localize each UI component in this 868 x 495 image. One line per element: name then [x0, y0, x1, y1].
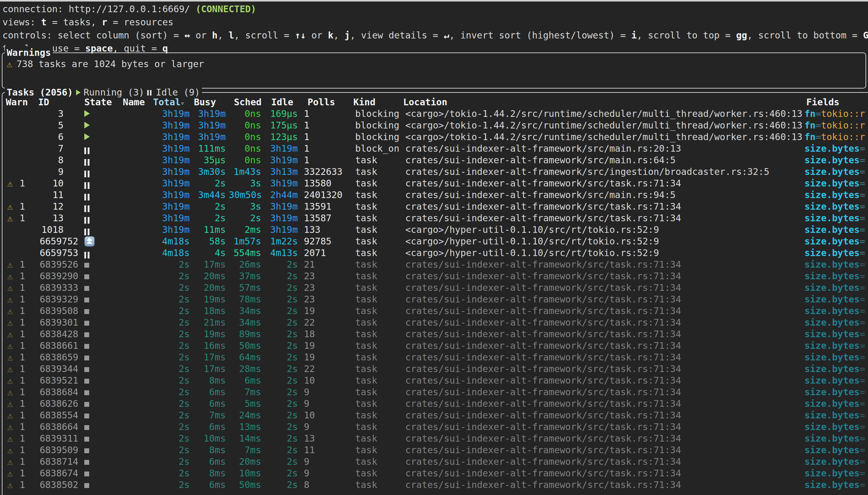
- task-row[interactable]: 113h19m3m44s30m50s2h44m2401320taskcrates…: [2, 189, 868, 201]
- cell-busy-duration: 35µs: [193, 154, 226, 166]
- task-row[interactable]: ⚠1133h19m2s2s3h19m13587taskcrates/sui-in…: [2, 212, 868, 224]
- row-warning-icon: ⚠: [7, 340, 13, 352]
- task-row[interactable]: ⚠168393112s10ms14ms2s13taskcrates/sui-in…: [2, 433, 868, 444]
- task-row[interactable]: ⚠1123h19m2s3s3h19m13591taskcrates/sui-in…: [2, 201, 868, 212]
- state-completed-icon: [84, 413, 89, 419]
- cell-total-duration: 4m18s: [124, 247, 190, 259]
- cell-kind: task: [355, 340, 377, 352]
- task-row[interactable]: ⚠168393292s19ms78ms2s23taskcrates/sui-in…: [2, 294, 868, 305]
- task-row[interactable]: 66597534m18s4s554ms4m13s2071task<cargo>/…: [2, 247, 868, 259]
- column-header-name[interactable]: Name: [123, 97, 145, 108]
- task-row[interactable]: 53h19m3h19m0ns175µs1blocking<cargo>/toki…: [2, 120, 868, 131]
- cell-sched-duration: 50ms: [229, 340, 261, 352]
- cell-task-id: 6838659: [40, 352, 78, 363]
- cell-fields: size.bytes=: [804, 236, 865, 247]
- cell-task-id: 6839290: [40, 270, 78, 282]
- cell-fields: size.bytes=: [804, 201, 865, 212]
- connection-url: http://127.0.0.1:6669/: [69, 4, 190, 14]
- task-row[interactable]: ⚠168393332s20ms57ms2s23taskcrates/sui-in…: [2, 282, 868, 294]
- cell-busy-duration: 7ms: [193, 410, 226, 421]
- cell-idle-duration: 2s: [264, 410, 298, 421]
- task-row[interactable]: ⚠168386742s8ms10ms2s9taskcrates/sui-inde…: [2, 467, 868, 479]
- task-row[interactable]: ⚠168395082s18ms34ms2s19taskcrates/sui-in…: [2, 305, 868, 317]
- cell-total-duration: 2s: [124, 398, 190, 410]
- cell-warn-count: 1: [16, 479, 25, 491]
- cell-busy-duration: 3m44s: [193, 189, 226, 201]
- task-row[interactable]: ⚠168384282s19ms89ms2s18taskcrates/sui-in…: [2, 328, 868, 340]
- task-row[interactable]: ⚠168393442s17ms28ms2s22taskcrates/sui-in…: [2, 363, 868, 375]
- field-equals: =: [860, 259, 865, 270]
- field-key: fn: [804, 132, 816, 142]
- field-key: size.bytes: [804, 282, 860, 293]
- task-row[interactable]: ⚠168393012s21ms34ms2s22taskcrates/sui-in…: [2, 317, 868, 328]
- task-row[interactable]: ⚠168386642s6ms13ms2s9taskcrates/sui-inde…: [2, 421, 868, 433]
- row-warning-icon: ⚠: [7, 398, 13, 410]
- controls-key-5: l: [229, 30, 234, 40]
- cell-total-duration: 3h19m: [124, 189, 190, 201]
- field-equals: =: [860, 387, 865, 397]
- task-row[interactable]: ⚠168385022s6ms50ms2s8taskcrates/sui-inde…: [2, 479, 868, 491]
- task-row[interactable]: 73h19m111ms0ns3h19m1block_oncrates/sui-i…: [2, 143, 868, 154]
- cell-state: [84, 479, 98, 491]
- cell-polls: 23: [304, 270, 315, 282]
- task-row[interactable]: ⚠168387142s6ms20ms2s9taskcrates/sui-inde…: [2, 456, 868, 467]
- state-completed-icon: [84, 437, 89, 442]
- task-row[interactable]: ⚠168386612s16ms50ms2s19taskcrates/sui-in…: [2, 340, 868, 352]
- cell-polls: 10: [304, 410, 315, 421]
- cell-kind: task: [355, 189, 377, 201]
- column-header-state[interactable]: State: [84, 97, 112, 108]
- task-row[interactable]: ⚠168386592s17ms64ms2s19taskcrates/sui-in…: [2, 352, 868, 363]
- task-row[interactable]: ⚠168386842s6ms7ms2s9taskcrates/sui-index…: [2, 386, 868, 398]
- task-row[interactable]: 83h19m35µs0ns3h19m1taskcrates/sui-indexe…: [2, 154, 868, 166]
- task-row[interactable]: ⚠168395212s8ms6ms2s10taskcrates/sui-inde…: [2, 375, 868, 386]
- field-equals: =: [860, 294, 865, 305]
- cell-kind: task: [355, 363, 377, 375]
- column-header-fields[interactable]: Fields: [806, 97, 839, 108]
- column-header-id[interactable]: ID: [38, 97, 49, 108]
- cell-state: [84, 270, 98, 282]
- cell-polls: 10: [304, 375, 315, 386]
- field-key: size.bytes: [804, 166, 860, 177]
- cell-location: crates/sui-indexer-alt-framework/src/tas…: [405, 328, 681, 340]
- cell-idle-duration: 2s: [264, 352, 298, 363]
- cell-warn-count: 1: [16, 270, 25, 282]
- task-row[interactable]: 93h19m3m30s1m43s3h13m3322633taskcrates/s…: [2, 166, 868, 177]
- column-header-idle[interactable]: Idle: [271, 97, 293, 108]
- task-row[interactable]: ⚠168386262s6ms5ms2s9taskcrates/sui-index…: [2, 398, 868, 410]
- column-header-busy[interactable]: Busy: [194, 97, 216, 108]
- cell-state: [84, 340, 98, 352]
- state-idle-icon: [84, 145, 91, 152]
- cell-sched-duration: 554ms: [229, 247, 261, 259]
- cell-task-id: 3: [40, 108, 64, 120]
- column-header-kind[interactable]: Kind: [353, 97, 375, 108]
- column-header-sched[interactable]: Sched: [234, 97, 262, 108]
- cell-busy-duration: 17ms: [193, 352, 226, 363]
- task-row[interactable]: ⚠1103h19m2s3s3h19m13580taskcrates/sui-in…: [2, 177, 868, 189]
- cell-fields: size.bytes=: [804, 398, 865, 410]
- state-idle-icon: [84, 157, 91, 164]
- field-key: size.bytes: [804, 340, 860, 351]
- cell-state: [84, 154, 98, 166]
- cell-kind: task: [355, 166, 377, 177]
- state-completed-icon: [84, 297, 89, 303]
- cell-sched-duration: 30m50s: [229, 189, 261, 201]
- task-row[interactable]: 66597524m18s58s1m57s1m22s92785task<cargo…: [2, 236, 868, 247]
- cell-idle-duration: 123µs: [264, 131, 298, 143]
- task-row[interactable]: ⚠168385542s7ms24ms2s10taskcrates/sui-ind…: [2, 410, 868, 421]
- task-row[interactable]: 63h19m3h19m0ns123µs1blocking<cargo>/toki…: [2, 131, 868, 143]
- task-row[interactable]: ⚠168392902s20ms37ms2s23taskcrates/sui-in…: [2, 270, 868, 282]
- cell-idle-duration: 175µs: [264, 120, 298, 131]
- task-row[interactable]: 33h19m3h19m0ns169µs1blocking<cargo>/toki…: [2, 108, 868, 120]
- cell-sched-duration: 7ms: [229, 444, 261, 456]
- cell-kind: task: [355, 236, 377, 247]
- task-row[interactable]: ⚠168395262s17ms26ms2s21taskcrates/sui-in…: [2, 259, 868, 270]
- column-header-location[interactable]: Location: [403, 97, 448, 108]
- column-header-warn[interactable]: Warn: [6, 97, 28, 108]
- task-row[interactable]: ⚠168395092s8ms7ms2s11taskcrates/sui-inde…: [2, 444, 868, 456]
- column-header-polls[interactable]: Polls: [307, 97, 335, 108]
- controls-key-11: j: [345, 30, 350, 40]
- column-header-total[interactable]: Total▿: [153, 97, 184, 109]
- cell-task-id: 6: [40, 131, 64, 143]
- cell-state: [84, 317, 98, 328]
- task-row[interactable]: 10183h19m11ms2ms3h19m133task<cargo>/hype…: [2, 224, 868, 236]
